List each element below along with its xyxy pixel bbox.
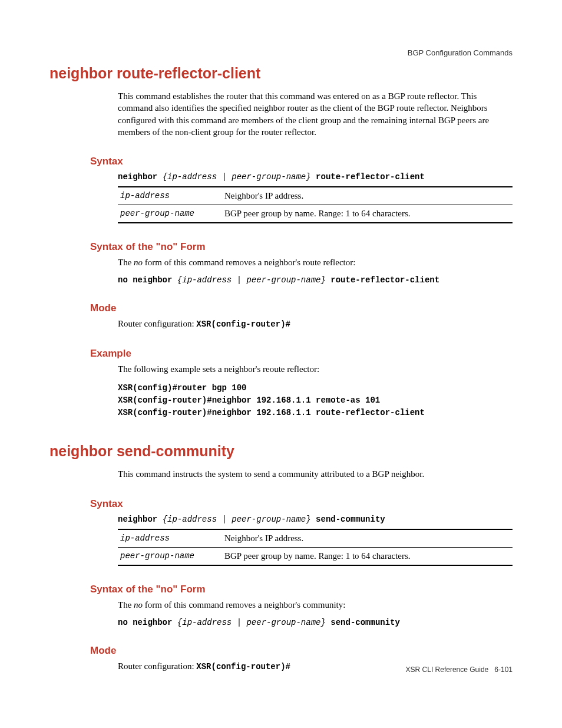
table-row: peer-group-name BGP peer group by name. … <box>118 547 513 565</box>
param-name: peer-group-name <box>118 547 222 565</box>
noform-heading-2: Syntax of the "no" Form <box>90 584 513 595</box>
footer-title: XSR CLI Reference Guide <box>406 666 489 674</box>
no-kw2: route-reflector-client <box>330 275 439 285</box>
running-header: BGP Configuration Commands <box>408 48 513 57</box>
mode-pre: Router configuration: <box>118 661 196 671</box>
param-desc: Neighbor's IP address. <box>222 529 513 548</box>
no-kw: no neighbor <box>118 275 172 285</box>
no-kw2: send-community <box>330 618 400 627</box>
syntax-table-2: ip-address Neighbor's IP address. peer-g… <box>118 529 513 566</box>
syntax-heading-1: Syntax <box>90 156 513 167</box>
mode-heading-1: Mode <box>90 302 513 314</box>
param-name: peer-group-name <box>118 205 222 223</box>
syntax-kw: neighbor <box>118 172 157 182</box>
mode-code: XSR(config-router)# <box>196 319 290 329</box>
page-number: 6-101 <box>494 666 513 674</box>
noform-text-1: The no form of this command removes a ne… <box>118 256 513 268</box>
example-code-1: XSR(config)#router bgp 100 XSR(config-ro… <box>118 382 513 419</box>
mode-code: XSR(config-router)# <box>196 662 290 671</box>
page-footer: XSR CLI Reference Guide 6-101 <box>406 666 513 674</box>
section-intro-2: This command instructs the system to sen… <box>118 468 513 480</box>
noform-heading-1: Syntax of the "no" Form <box>90 241 513 253</box>
syntax-args: {ip-address | peer-group-name} <box>163 515 311 524</box>
section-intro-1: This command establishes the router that… <box>118 90 513 138</box>
param-desc: Neighbor's IP address. <box>222 187 513 205</box>
no-args: {ip-address | peer-group-name} <box>177 275 326 285</box>
noform-pre: The <box>118 258 134 267</box>
mode-pre: Router configuration: <box>118 319 196 328</box>
mode-heading-2: Mode <box>90 645 513 657</box>
no-kw: no neighbor <box>118 618 172 627</box>
mode-text-1: Router configuration: XSR(config-router)… <box>118 318 513 330</box>
syntax-line-2: neighbor {ip-address | peer-group-name} … <box>118 515 513 524</box>
example-intro-1: The following example sets a neighbor's … <box>118 363 513 375</box>
no-args: {ip-address | peer-group-name} <box>177 618 326 627</box>
noform-code-1: no neighbor {ip-address | peer-group-nam… <box>118 275 513 285</box>
syntax-args: {ip-address | peer-group-name} <box>163 172 311 182</box>
param-desc: BGP peer group by name. Range: 1 to 64 c… <box>222 547 513 565</box>
param-name: ip-address <box>118 187 222 205</box>
noform-post: form of this command removes a neighbor'… <box>143 258 355 267</box>
noform-em: no <box>134 600 143 610</box>
noform-pre: The <box>118 600 134 610</box>
syntax-kw2: send-community <box>316 515 385 524</box>
syntax-kw2: route-reflector-client <box>316 172 425 182</box>
section-title-2: neighbor send-community <box>49 443 513 460</box>
table-row: ip-address Neighbor's IP address. <box>118 529 513 548</box>
syntax-line-1: neighbor {ip-address | peer-group-name} … <box>118 172 513 182</box>
syntax-kw: neighbor <box>118 515 157 524</box>
param-desc: BGP peer group by name. Range: 1 to 64 c… <box>222 205 513 223</box>
noform-post: form of this command removes a neighbor'… <box>143 600 345 610</box>
section-title-1: neighbor route-reflector-client <box>49 65 513 82</box>
syntax-table-1: ip-address Neighbor's IP address. peer-g… <box>118 186 513 223</box>
noform-em: no <box>134 258 143 267</box>
table-row: ip-address Neighbor's IP address. <box>118 187 513 205</box>
example-heading-1: Example <box>90 348 513 360</box>
table-row: peer-group-name BGP peer group by name. … <box>118 205 513 223</box>
param-name: ip-address <box>118 529 222 548</box>
noform-code-2: no neighbor {ip-address | peer-group-nam… <box>118 618 513 627</box>
noform-text-2: The no form of this command removes a ne… <box>118 599 513 611</box>
syntax-heading-2: Syntax <box>90 498 513 510</box>
